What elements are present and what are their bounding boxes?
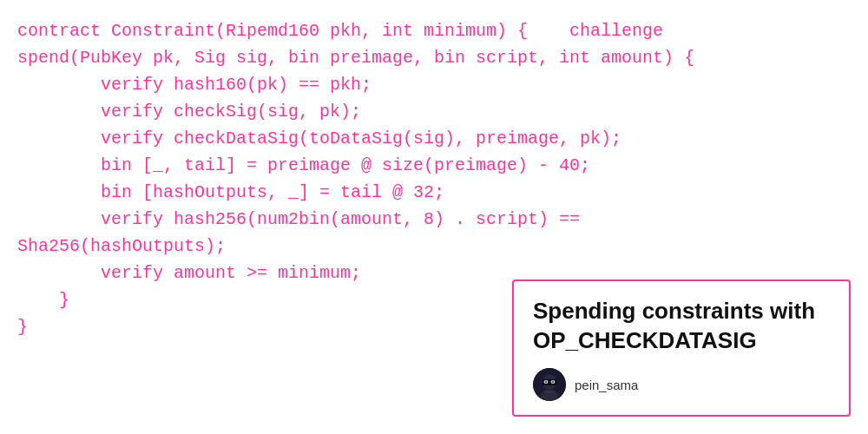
main-container: contract Constraint(Ripemd160 pkh, int m…: [0, 0, 868, 434]
username-label: pein_sama: [575, 378, 638, 392]
svg-point-5: [545, 381, 547, 383]
avatar: [533, 368, 566, 401]
overlay-title: Spending constraints with OP_CHECKDATASI…: [533, 297, 830, 356]
overlay-user: pein_sama: [533, 368, 830, 401]
svg-point-6: [552, 381, 554, 383]
overlay-card: Spending constraints with OP_CHECKDATASI…: [512, 279, 851, 417]
